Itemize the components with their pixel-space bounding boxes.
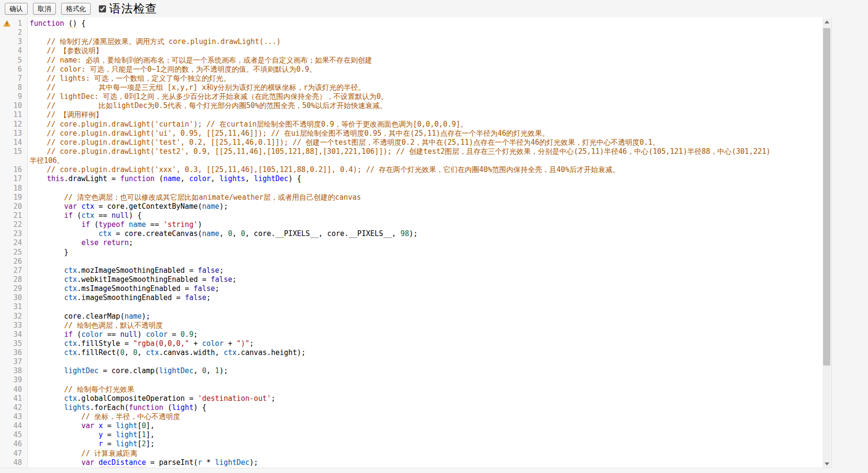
line-number: 21 [0,211,28,220]
line-number: 47 [0,449,28,458]
code-line[interactable]: 1function () { [0,19,822,28]
code-line-text: ctx.msImageSmoothingEnabled = false; [28,284,822,293]
code-line[interactable]: 38 lightDec = core.clamp(lightDec, 0, 1)… [0,366,822,376]
code-line[interactable]: 23 ctx = core.createCanvas(name, 0, 0, c… [0,229,822,238]
code-line[interactable]: 10 // 比如lightDec为0.5代表，每个灯光部分内圈50%的范围全亮，… [0,101,822,110]
code-line-text: y = light[1], [28,430,822,440]
scrollbar-thumb[interactable] [823,28,830,366]
code-line[interactable]: 16 // core.plugin.drawLight('xxx', 0.3, … [0,165,822,174]
line-number: 7 [0,74,28,83]
code-line[interactable]: 42 lights.forEach(function (light) { [0,403,822,412]
code-line[interactable]: 32 core.clearMap(name); [0,312,822,321]
code-line[interactable]: 24 else return; [0,238,822,247]
code-line[interactable]: 2 [0,28,822,37]
code-line[interactable]: 26 [0,257,822,266]
code-line[interactable]: 25 } [0,248,822,257]
code-line[interactable]: 47 // 计算衰减距离 [0,449,822,458]
line-number: 44 [0,421,28,430]
code-lines: 1function () {23 // 绘制灯光/漆黑层效果。调用方式 core… [0,19,822,468]
code-line[interactable]: 48 var decDistance = parseInt(r * lightD… [0,458,822,467]
code-line[interactable]: 20 var ctx = core.getContextByName(name)… [0,202,822,211]
scroll-up-arrow-icon[interactable] [823,18,831,26]
code-line[interactable]: 43 // 坐标，半径，中心不透明度 [0,412,822,421]
code-line[interactable]: 31 [0,302,822,312]
code-line-text: if (color == null) color = 0.9; [28,330,822,339]
line-number: 2 [0,28,28,37]
code-line[interactable]: 33 // 绘制色调层，默认不透明度 [0,321,822,330]
code-line[interactable]: 28 ctx.webkitImageSmoothingEnabled = fal… [0,275,822,284]
code-line-text: ctx.mozImageSmoothingEnabled = false; [28,266,822,275]
line-number: 10 [0,101,28,110]
code-line[interactable]: 9 // lightDec: 可选，0到1之间，光从多少百分比才开始衰减（在此范… [0,92,822,101]
code-line[interactable]: 29 ctx.msImageSmoothingEnabled = false; [0,284,822,293]
syntax-check-checkbox[interactable] [99,5,106,12]
code-line-text: // color: 可选，只能是一个0~1之间的数，为不透明度的值。不填则默认为… [28,65,822,74]
code-line-text: core.clearMap(name); [28,312,822,321]
code-line[interactable]: 17 this.drawLight = function (name, colo… [0,174,822,183]
line-number: 6 [0,65,28,74]
code-line-text: function () { [28,19,822,28]
code-line[interactable]: 12 // core.plugin.drawLight('curtain'); … [0,120,822,129]
code-line[interactable]: 18 [0,184,822,193]
format-button[interactable]: 格式化 [61,3,91,15]
code-line-text: // name: 必填，要绘制到的画布名；可以是一个系统画布，或者是个自定义画布… [28,56,822,65]
code-line-text: if (ctx == null) { [28,211,822,220]
code-line[interactable]: 3 // 绘制灯光/漆黑层效果。调用方式 core.plugin.drawLig… [0,37,822,46]
code-editor[interactable]: 1function () {23 // 绘制灯光/漆黑层效果。调用方式 core… [0,17,832,468]
code-line[interactable]: 半径106。 [0,156,822,165]
line-number: 12 [0,120,28,129]
code-line[interactable]: 27 ctx.mozImageSmoothingEnabled = false; [0,266,822,275]
code-line[interactable]: 40 // 绘制每个灯光效果 [0,385,822,394]
code-line-text: // 计算衰减距离 [28,449,822,458]
code-line[interactable]: 6 // color: 可选，只能是一个0~1之间的数，为不透明度的值。不填则默… [0,65,822,74]
code-line[interactable]: 4 // 【参数说明】 [0,46,822,55]
code-line[interactable]: 36 ctx.fillRect(0, 0, ctx.canvas.width, … [0,348,822,357]
code-line[interactable]: 19 // 清空色调层；也可以修改成其它层比如animate/weather层，… [0,193,822,202]
cancel-button[interactable]: 取消 [33,3,56,15]
code-line[interactable]: 13 // core.plugin.drawLight('ui', 0.95, … [0,129,822,138]
code-line[interactable]: 14 // core.plugin.drawLight('test', 0.2,… [0,138,822,147]
line-number: 46 [0,440,28,449]
line-number: 28 [0,275,28,284]
code-line[interactable]: 11 // 【调用样例】 [0,110,822,119]
code-line[interactable]: 30 ctx.imageSmoothingEnabled = false; [0,293,822,302]
line-number: 38 [0,366,28,376]
line-number: 35 [0,339,28,348]
code-line[interactable]: 46 r = light[2]; [0,440,822,449]
code-line-text: r = light[2]; [28,440,822,449]
code-line[interactable]: 49 // 正方形区域的直径和左上角坐标 [0,467,822,468]
code-line-text: // core.plugin.drawLight('curtain'); // … [28,120,822,129]
code-line[interactable]: 41 ctx.globalCompositeOperation = 'desti… [0,394,822,403]
code-line-text: // 【参数说明】 [28,46,822,55]
code-line[interactable]: 5 // name: 必填，要绘制到的画布名；可以是一个系统画布，或者是个自定义… [0,56,822,65]
code-line[interactable]: 15 // core.plugin.drawLight('test2', 0.9… [0,147,822,156]
code-line-text: // core.plugin.drawLight('test2', 0.9, [… [28,147,822,156]
code-line-text [28,376,822,385]
code-line[interactable]: 34 if (color == null) color = 0.9; [0,330,822,339]
scroll-down-arrow-icon[interactable] [823,460,831,468]
code-line[interactable]: 21 if (ctx == null) { [0,211,822,220]
code-line[interactable]: 45 y = light[1], [0,430,822,440]
code-line[interactable]: 8 // 其中每一项是三元组 [x,y,r] x和y分别为该灯光的横纵坐标，r为… [0,83,822,92]
code-line-text: // 坐标，半径，中心不透明度 [28,412,822,421]
vertical-scrollbar[interactable] [823,18,831,468]
line-number: 1 [0,19,28,28]
line-number: 17 [0,174,28,183]
code-line[interactable]: 44 var x = light[0], [0,421,822,430]
code-line-text: ctx = core.createCanvas(name, 0, 0, core… [28,229,822,238]
code-line[interactable]: 37 [0,357,822,366]
code-line-text: // 绘制每个灯光效果 [28,385,822,394]
code-line[interactable]: 7 // lights: 可选，一个数组，定义了每个独立的灯光。 [0,74,822,83]
line-number: 26 [0,257,28,266]
code-line-text: // 清空色调层；也可以修改成其它层比如animate/weather层，或者用… [28,193,822,202]
code-line[interactable]: 22 if (typeof name == 'string') [0,220,822,229]
code-line-text: ctx.webkitImageSmoothingEnabled = false; [28,275,822,284]
line-number: 29 [0,284,28,293]
confirm-button[interactable]: 确认 [5,3,28,15]
line-number: 42 [0,403,28,412]
code-line-text: // core.plugin.drawLight('ui', 0.95, [[2… [28,129,822,138]
code-line-text: if (typeof name == 'string') [28,220,822,229]
code-line[interactable]: 39 [0,376,822,385]
code-line-text: ctx.globalCompositeOperation = 'destinat… [28,394,822,403]
code-line[interactable]: 35 ctx.fillStyle = "rgba(0,0,0," + color… [0,339,822,348]
